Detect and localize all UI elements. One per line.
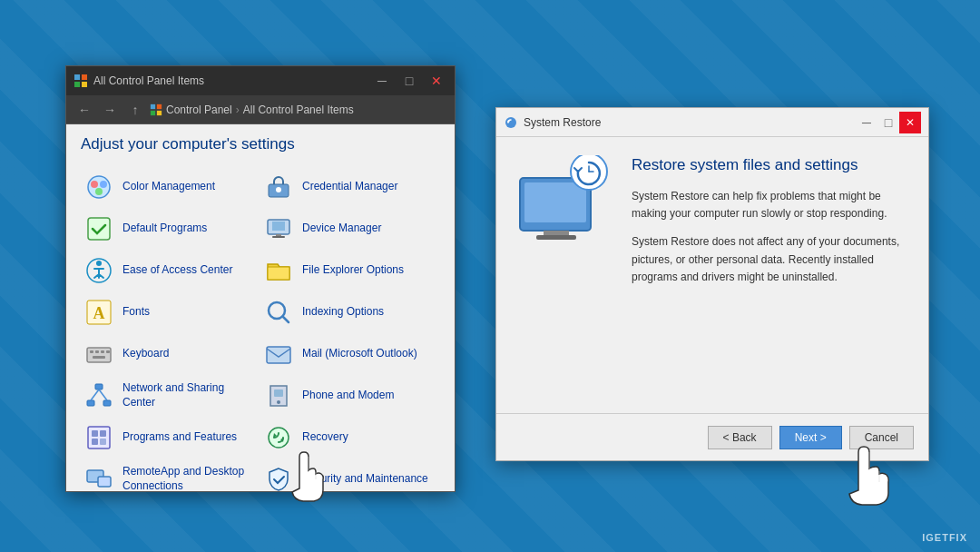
sr-illustration-svg (513, 155, 622, 260)
svg-rect-1 (82, 74, 87, 80)
svg-rect-41 (92, 430, 98, 437)
cp-titlebar: All Control Panel Items ─ □ ✕ (66, 66, 455, 95)
sr-next-button[interactable]: Next > (779, 426, 842, 449)
breadcrumb-sep-1: › (236, 104, 240, 116)
network-icon (84, 381, 113, 410)
cp-label-recovery: Recovery (302, 430, 348, 445)
cp-label-device-manager: Device Manager (302, 222, 381, 236)
cp-label-fonts: Fonts (122, 305, 150, 320)
cp-item-network[interactable]: Network and Sharing Center (81, 375, 260, 417)
minimize-button[interactable]: ─ (371, 70, 393, 92)
cp-label-color-management: Color Management (122, 180, 215, 194)
fonts-icon: A (84, 298, 113, 327)
cp-label-ease-of-access: Ease of Access Center (122, 263, 232, 278)
svg-rect-32 (267, 347, 290, 363)
cp-item-indexing[interactable]: Indexing Options (260, 291, 440, 333)
cp-items-grid: Color Management Credential Manager Defa… (81, 166, 440, 491)
cp-content: Adjust your computer's settings Color Ma… (66, 124, 455, 491)
cp-item-color-management[interactable]: Color Management (81, 166, 260, 208)
svg-rect-0 (74, 74, 80, 80)
back-nav-button[interactable]: ← (74, 99, 95, 121)
remoteapp-icon (84, 465, 113, 491)
svg-point-48 (505, 117, 516, 128)
forward-nav-button[interactable]: → (99, 99, 121, 121)
cp-item-phone[interactable]: Phone and Modem (260, 375, 440, 417)
device-manager-icon (264, 214, 293, 243)
svg-rect-38 (274, 389, 283, 397)
svg-rect-26 (87, 348, 111, 362)
cp-label-file-explorer: File Explorer Options (302, 263, 404, 278)
svg-rect-28 (95, 350, 99, 353)
control-panel-window: All Control Panel Items ─ □ ✕ ← → ↑ Cont… (65, 65, 456, 492)
svg-rect-16 (272, 222, 285, 231)
svg-line-25 (283, 317, 289, 323)
sr-footer: < Back Next > Cancel (496, 413, 928, 460)
cp-item-mail[interactable]: Mail (Microsoft Outlook) (260, 333, 440, 375)
cp-item-file-explorer[interactable]: File Explorer Options (260, 250, 440, 291)
svg-rect-40 (88, 427, 110, 448)
ease-of-access-icon (84, 256, 113, 285)
svg-rect-4 (151, 104, 155, 108)
svg-rect-30 (106, 350, 110, 353)
maximize-button[interactable]: □ (398, 70, 420, 92)
svg-rect-34 (87, 400, 94, 406)
cp-label-credential-manager: Credential Manager (302, 180, 397, 194)
cp-label-remoteapp: RemoteApp and Desktop Connections (122, 465, 257, 491)
svg-point-11 (95, 188, 103, 195)
cp-item-remoteapp[interactable]: RemoteApp and Desktop Connections (81, 458, 260, 491)
sr-minimize-button[interactable]: ─ (856, 112, 877, 133)
svg-point-10 (100, 181, 107, 188)
cp-item-default-programs[interactable]: Default Programs (81, 208, 260, 250)
recovery-icon (264, 423, 293, 452)
svg-rect-42 (100, 430, 106, 437)
sr-maximize-button[interactable]: □ (877, 112, 899, 133)
svg-rect-18 (272, 236, 285, 238)
breadcrumb-current: All Control Panel Items (243, 104, 354, 116)
close-button[interactable]: ✕ (426, 70, 447, 92)
cp-label-security: Security and Maintenance (302, 472, 428, 487)
cp-item-fonts[interactable]: A Fonts (81, 291, 260, 333)
sr-main-title: Restore system files and settings (632, 155, 912, 175)
cp-item-keyboard[interactable]: Keyboard (81, 333, 260, 375)
svg-rect-33 (95, 384, 103, 389)
svg-rect-7 (157, 110, 162, 114)
sr-back-button[interactable]: < Back (708, 426, 772, 449)
svg-rect-6 (151, 110, 155, 114)
cp-address-bar: ← → ↑ Control Panel › All Control Panel … (66, 95, 455, 124)
cp-item-ease-of-access[interactable]: Ease of Access Center (81, 250, 260, 291)
svg-rect-21 (268, 267, 289, 280)
svg-line-36 (91, 389, 99, 400)
svg-point-45 (269, 428, 289, 448)
cp-window-title: All Control Panel Items (93, 74, 366, 87)
system-restore-dialog: System Restore ─ □ ✕ (495, 107, 929, 461)
cp-item-recovery[interactable]: Recovery (260, 417, 440, 458)
svg-rect-2 (74, 82, 80, 87)
sr-close-button[interactable]: ✕ (899, 112, 921, 133)
cp-label-default-programs: Default Programs (122, 222, 207, 236)
default-programs-icon (84, 214, 113, 243)
cp-label-network: Network and Sharing Center (122, 381, 257, 409)
color-management-icon (84, 172, 113, 202)
phone-icon (264, 381, 293, 410)
credential-manager-icon (264, 172, 293, 202)
cp-item-device-manager[interactable]: Device Manager (260, 208, 440, 250)
svg-rect-35 (103, 400, 111, 406)
cp-label-programs-features: Programs and Features (122, 430, 237, 445)
cp-item-security[interactable]: Security and Maintenance (260, 458, 440, 491)
cp-label-keyboard: Keyboard (122, 347, 169, 361)
svg-rect-27 (90, 350, 93, 353)
svg-point-19 (96, 261, 102, 266)
svg-rect-14 (88, 218, 110, 240)
breadcrumb: Control Panel › All Control Panel Items (150, 104, 447, 116)
cp-item-credential-manager[interactable]: Credential Manager (260, 166, 440, 208)
cp-label-mail: Mail (Microsoft Outlook) (302, 347, 417, 361)
sr-cancel-button[interactable]: Cancel (849, 426, 914, 449)
cp-label-phone: Phone and Modem (302, 389, 394, 403)
svg-point-39 (277, 400, 280, 404)
cp-item-programs-features[interactable]: Programs and Features (81, 417, 260, 458)
cp-label-indexing: Indexing Options (302, 305, 384, 320)
breadcrumb-cp[interactable]: Control Panel (166, 104, 232, 116)
svg-point-13 (276, 187, 281, 192)
up-nav-button[interactable]: ↑ (124, 99, 146, 121)
watermark: IGETFIX (922, 532, 967, 543)
